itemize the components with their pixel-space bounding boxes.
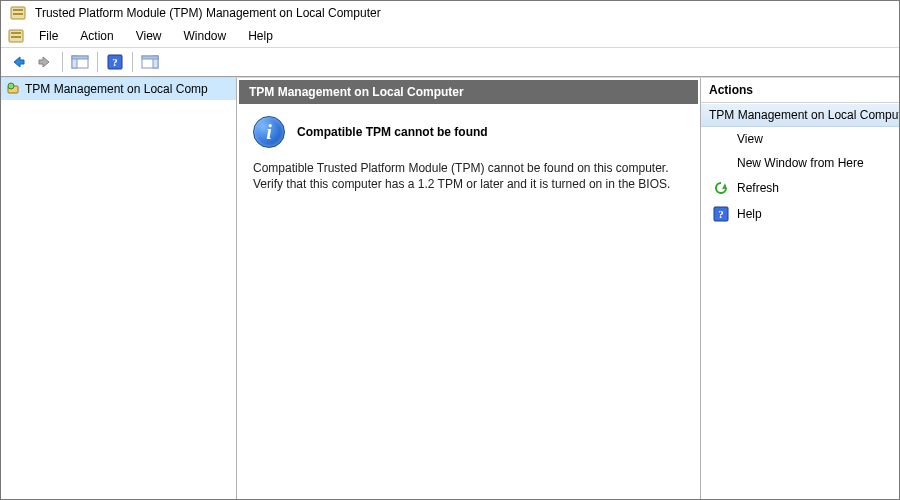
svg-rect-8: [72, 56, 88, 59]
menu-help[interactable]: Help: [238, 27, 283, 45]
help-icon: ?: [107, 54, 123, 70]
show-hide-action-button[interactable]: [138, 51, 162, 73]
window-title: Trusted Platform Module (TPM) Management…: [35, 6, 381, 20]
tree-pane: TPM Management on Local Comp: [1, 78, 237, 499]
menu-file[interactable]: File: [29, 27, 68, 45]
action-refresh[interactable]: Refresh: [701, 175, 899, 201]
menu-action[interactable]: Action: [70, 27, 123, 45]
arrow-left-icon: [10, 54, 26, 70]
svg-rect-1: [13, 9, 23, 11]
panel-tree-icon: [71, 54, 89, 70]
info-icon: i: [253, 116, 285, 148]
svg-text:?: ?: [718, 208, 724, 220]
action-help[interactable]: ? Help: [701, 201, 899, 227]
content-pane: TPM Management on Local Computer i Compa…: [237, 78, 701, 499]
app-icon: [7, 5, 29, 21]
back-button[interactable]: [6, 51, 30, 73]
tree-node-tpm[interactable]: TPM Management on Local Comp: [1, 78, 236, 100]
content-body: i Compatible TPM cannot be found Compati…: [239, 104, 698, 497]
action-label: New Window from Here: [737, 156, 864, 170]
title-bar: Trusted Platform Module (TPM) Management…: [1, 1, 899, 25]
workspace: TPM Management on Local Comp TPM Managem…: [1, 77, 899, 499]
menu-view[interactable]: View: [126, 27, 172, 45]
menu-app-icon: [5, 27, 27, 45]
svg-rect-2: [13, 13, 23, 15]
action-new-window[interactable]: New Window from Here: [701, 151, 899, 175]
help-icon: ?: [713, 206, 729, 222]
svg-rect-5: [11, 36, 21, 38]
toolbar-separator: [97, 52, 98, 72]
action-label: View: [737, 132, 763, 146]
menu-window[interactable]: Window: [174, 27, 237, 45]
actions-section-header: TPM Management on Local Computer: [701, 103, 899, 127]
show-hide-tree-button[interactable]: [68, 51, 92, 73]
alert-row: i Compatible TPM cannot be found: [253, 116, 684, 148]
tpm-node-icon: [5, 81, 21, 97]
action-label: Refresh: [737, 181, 779, 195]
alert-heading: Compatible TPM cannot be found: [297, 125, 488, 139]
svg-rect-4: [11, 32, 21, 34]
panel-action-icon: [141, 54, 159, 70]
help-button[interactable]: ?: [103, 51, 127, 73]
content-header: TPM Management on Local Computer: [239, 80, 698, 104]
tree-node-label: TPM Management on Local Comp: [25, 82, 208, 96]
alert-body-text: Compatible Trusted Platform Module (TPM)…: [253, 160, 683, 192]
svg-point-15: [8, 83, 14, 89]
forward-button[interactable]: [33, 51, 57, 73]
toolbar-separator: [132, 52, 133, 72]
arrow-right-icon: [37, 54, 53, 70]
action-view[interactable]: View: [701, 127, 899, 151]
svg-text:?: ?: [112, 56, 118, 68]
toolbar-separator: [62, 52, 63, 72]
action-label: Help: [737, 207, 762, 221]
menu-bar: File Action View Window Help: [1, 25, 899, 47]
toolbar: ?: [1, 47, 899, 77]
refresh-icon: [713, 180, 729, 196]
actions-pane-title: Actions: [701, 78, 899, 103]
actions-pane: Actions TPM Management on Local Computer…: [701, 78, 899, 499]
svg-rect-13: [142, 56, 158, 59]
